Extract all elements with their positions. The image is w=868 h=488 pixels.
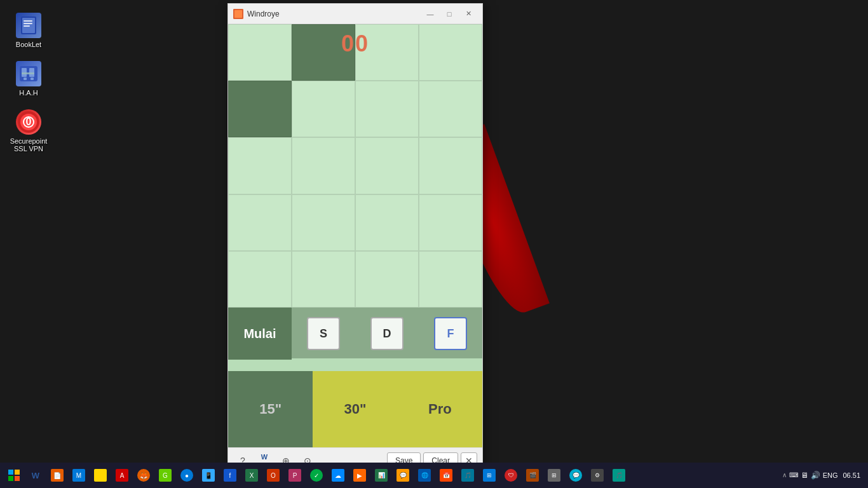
taskbar-app-11[interactable]: O bbox=[263, 465, 283, 485]
key-f-button[interactable]: F bbox=[434, 317, 467, 350]
clock-time: 06.51 bbox=[843, 471, 860, 480]
taskbar-app-6[interactable]: G bbox=[155, 465, 175, 485]
taskbar-app-22[interactable]: 🛡 bbox=[501, 465, 521, 485]
window-controls: — □ ✕ bbox=[421, 8, 477, 20]
tray-chevron[interactable]: ∧ bbox=[782, 471, 787, 478]
taskbar: W 📄 M A 🦊 G ● 📱 bbox=[0, 463, 868, 488]
taskbar-app-2[interactable]: M bbox=[69, 465, 89, 485]
taskbar-app-12[interactable]: P bbox=[285, 465, 305, 485]
taskbar-app-18[interactable]: 🌐 bbox=[414, 465, 435, 485]
taskbar-app-16[interactable]: 📊 bbox=[371, 465, 391, 485]
sslvpn-label: SecurepointSSL VPN bbox=[10, 137, 48, 152]
taskbar-app-13[interactable]: ✓ bbox=[306, 465, 327, 485]
svg-rect-9 bbox=[24, 78, 27, 80]
tile-r1c4[interactable] bbox=[419, 24, 482, 81]
taskbar-app-25[interactable]: 💬 bbox=[566, 465, 586, 485]
svg-rect-10 bbox=[31, 78, 34, 80]
taskbar-right: ∧ ⌨ 🖥 🔊 ENG 06.51 bbox=[782, 471, 865, 480]
taskbar-app-17[interactable]: 💬 bbox=[393, 465, 413, 485]
taskbar-app-9[interactable]: f bbox=[220, 465, 240, 485]
taskbar-app-1[interactable]: 📄 bbox=[47, 465, 67, 485]
taskbar-app-14[interactable]: ☁ bbox=[328, 465, 348, 485]
taskbar-word[interactable]: W bbox=[25, 465, 46, 485]
tray-keyboard: ⌨ bbox=[789, 471, 798, 478]
taskbar-app-4[interactable]: A bbox=[112, 465, 132, 485]
taskbar-app-27[interactable]: 🎵 bbox=[609, 465, 629, 485]
key-d-button[interactable]: D bbox=[370, 317, 403, 350]
taskbar-app-10[interactable]: X bbox=[241, 465, 262, 485]
svg-rect-8 bbox=[22, 72, 34, 74]
desktop-icon-sslvpn[interactable]: 0 SecurepointSSL VPN bbox=[6, 109, 51, 152]
sys-tray: ∧ ⌨ 🖥 🔊 ENG bbox=[782, 471, 838, 480]
tile-r4c1[interactable] bbox=[228, 194, 292, 251]
windroye-window: Windroye — □ ✕ 00 bbox=[227, 3, 483, 473]
minimize-button[interactable]: — bbox=[421, 8, 439, 20]
score-display: 00 bbox=[341, 30, 369, 57]
svg-rect-4 bbox=[24, 25, 30, 27]
tile-r3c2[interactable] bbox=[292, 137, 355, 194]
key-d-box: D bbox=[360, 317, 414, 350]
maximize-button[interactable]: □ bbox=[440, 8, 458, 20]
tile-r4c4[interactable] bbox=[419, 194, 482, 251]
taskbar-app-19[interactable]: 📅 bbox=[436, 465, 456, 485]
tray-volume[interactable]: 🔊 bbox=[811, 471, 820, 480]
tray-network[interactable]: 🖥 bbox=[801, 471, 808, 480]
taskbar-apps: W 📄 M A 🦊 G ● 📱 bbox=[25, 465, 782, 485]
hah-label: H.A.H bbox=[19, 89, 37, 97]
tile-r4c2[interactable] bbox=[292, 194, 355, 251]
window-title: Windroye bbox=[247, 10, 421, 18]
tile-r3c4[interactable] bbox=[419, 137, 482, 194]
svg-rect-18 bbox=[15, 470, 20, 475]
tile-r3c3[interactable] bbox=[355, 137, 419, 194]
taskbar-app-5[interactable]: 🦊 bbox=[133, 465, 154, 485]
option-30sec[interactable]: 30" bbox=[313, 371, 397, 447]
taskbar-app-7[interactable]: ● bbox=[177, 465, 197, 485]
hah-icon bbox=[16, 61, 41, 86]
start-button[interactable] bbox=[3, 464, 25, 487]
tile-r5c4[interactable] bbox=[419, 251, 482, 308]
tiles-container[interactable] bbox=[228, 24, 482, 308]
taskbar-app-15[interactable]: ▶ bbox=[349, 465, 370, 485]
windroye-app-icon bbox=[233, 9, 243, 19]
desktop-icon-hah[interactable]: H.A.H bbox=[6, 61, 51, 97]
options-row: 15" 30" Pro bbox=[228, 371, 482, 447]
svg-rect-20 bbox=[15, 476, 20, 481]
tile-r5c2[interactable] bbox=[292, 251, 355, 308]
taskbar-app-24[interactable]: ⊞ bbox=[544, 465, 564, 485]
taskbar-clock[interactable]: 06.51 bbox=[843, 471, 860, 480]
svg-rect-3 bbox=[24, 23, 32, 24]
tile-r1c1[interactable] bbox=[228, 24, 292, 81]
sslvpn-icon: 0 bbox=[16, 109, 41, 135]
svg-rect-17 bbox=[8, 470, 13, 475]
booklet-icon bbox=[16, 13, 41, 38]
tile-r2c4[interactable] bbox=[419, 81, 482, 137]
tile-r3c1[interactable] bbox=[228, 137, 292, 194]
desktop-icon-booklet[interactable]: BookLet bbox=[6, 13, 51, 48]
tile-r2c2[interactable] bbox=[292, 81, 355, 137]
option-pro[interactable]: Pro bbox=[398, 371, 482, 447]
key-s-button[interactable]: S bbox=[307, 317, 340, 350]
taskbar-app-3[interactable] bbox=[90, 465, 111, 485]
close-button[interactable]: ✕ bbox=[459, 8, 477, 20]
svg-rect-16 bbox=[234, 10, 242, 18]
taskbar-app-8[interactable]: 📱 bbox=[198, 465, 219, 485]
desktop: BookLet H.A.H 0 bbox=[0, 0, 868, 488]
svg-rect-19 bbox=[8, 476, 13, 481]
key-f-box: F bbox=[424, 317, 477, 350]
key-s-box: S bbox=[297, 317, 350, 350]
mulai-label[interactable]: Mulai bbox=[228, 308, 292, 360]
tile-r5c1[interactable] bbox=[228, 251, 292, 308]
booklet-label: BookLet bbox=[16, 41, 41, 48]
tile-r2c3[interactable] bbox=[355, 81, 419, 137]
tile-r5c3[interactable] bbox=[355, 251, 419, 308]
option-15sec[interactable]: 15" bbox=[228, 371, 313, 447]
tile-r4c3[interactable] bbox=[355, 194, 419, 251]
key-row: Mulai S D F bbox=[228, 308, 482, 358]
taskbar-app-23[interactable]: 🎬 bbox=[522, 465, 543, 485]
taskbar-app-21[interactable]: ⊞ bbox=[479, 465, 499, 485]
tray-lang: ENG bbox=[823, 471, 838, 479]
taskbar-app-20[interactable]: 🎵 bbox=[458, 465, 478, 485]
desktop-icon-area: BookLet H.A.H 0 bbox=[0, 0, 57, 165]
tile-r2c1[interactable] bbox=[228, 81, 292, 137]
taskbar-app-26[interactable]: ⚙ bbox=[587, 465, 607, 485]
